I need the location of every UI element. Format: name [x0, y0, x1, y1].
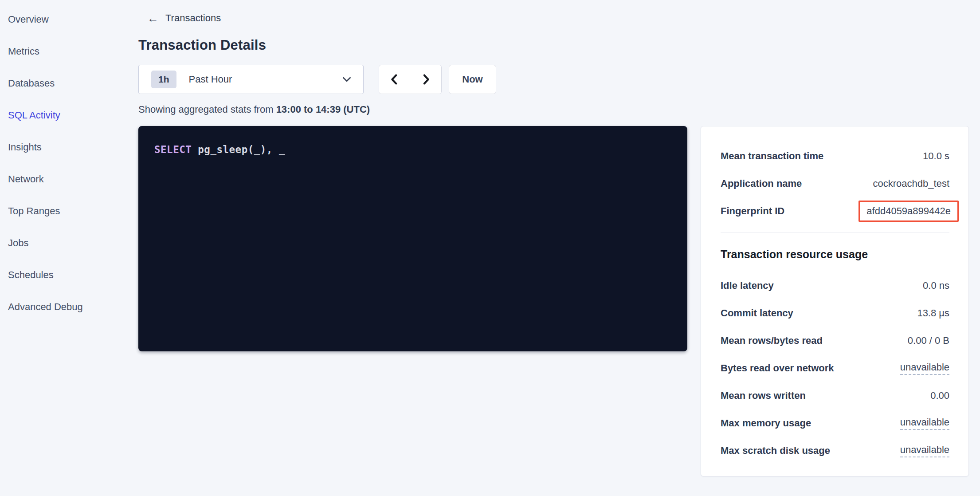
time-controls: 1h Past Hour Now	[138, 65, 980, 94]
page-title: Transaction Details	[138, 37, 980, 53]
mean-transaction-time-row: Mean transaction time 10.0 s	[721, 142, 949, 170]
previous-interval-button[interactable]	[379, 65, 410, 94]
time-range-badge: 1h	[151, 71, 176, 88]
sidebar-item-metrics[interactable]: Metrics	[0, 35, 138, 67]
transaction-details-card: Mean transaction time 10.0 s Application…	[701, 126, 969, 476]
resource-usage-section-title: Transaction resource usage	[721, 248, 949, 261]
chevron-left-icon	[388, 73, 401, 86]
sidebar-item-jobs[interactable]: Jobs	[0, 227, 138, 259]
aggregation-interval-prefix: Showing aggregated stats from	[138, 104, 276, 115]
fingerprint-id-highlight: afdd4059a899442e	[858, 201, 959, 222]
back-arrow-icon[interactable]: ←	[147, 12, 159, 24]
fingerprint-id-row: Fingerprint ID afdd4059a899442e	[721, 197, 949, 225]
max-scratch-disk-usage-row: Max scratch disk usage unavailable	[721, 437, 949, 465]
row-label: Bytes read over network	[721, 362, 834, 374]
sidebar-item-network[interactable]: Network	[0, 163, 138, 195]
row-label: Idle latency	[721, 280, 774, 291]
sql-statement-panel: SELECT pg_sleep(_), _	[138, 126, 687, 351]
row-label: Application name	[721, 178, 802, 189]
chevron-right-icon	[419, 73, 432, 86]
content-row: SELECT pg_sleep(_), _ Mean transaction t…	[138, 126, 980, 476]
mean-rows-bytes-read-row: Mean rows/bytes read 0.00 / 0 B	[721, 327, 949, 354]
sidebar-item-insights[interactable]: Insights	[0, 131, 138, 163]
row-label: Fingerprint ID	[721, 205, 784, 217]
max-memory-usage-row: Max memory usage unavailable	[721, 409, 949, 437]
sidebar-item-databases[interactable]: Databases	[0, 67, 138, 99]
sql-statement-body: pg_sleep(_), _	[192, 144, 285, 155]
card-divider	[721, 232, 949, 232]
row-value: 0.00	[930, 390, 949, 402]
breadcrumb-transactions-link[interactable]: Transactions	[165, 12, 221, 24]
sidebar-item-schedules[interactable]: Schedules	[0, 259, 138, 291]
idle-latency-row: Idle latency 0.0 ns	[721, 272, 949, 299]
next-interval-button[interactable]	[410, 65, 441, 94]
bytes-read-over-network-row: Bytes read over network unavailable	[721, 354, 949, 382]
row-label: Max memory usage	[721, 417, 811, 429]
row-label: Mean transaction time	[721, 150, 823, 162]
sidebar-item-overview[interactable]: Overview	[0, 4, 138, 35]
sidebar: Overview Metrics Databases SQL Activity …	[0, 0, 138, 496]
aggregation-interval-text: Showing aggregated stats from 13:00 to 1…	[138, 104, 980, 115]
row-value: 0.0 ns	[923, 280, 949, 291]
application-name-row: Application name cockroachdb_test	[721, 170, 949, 197]
sql-keyword: SELECT	[154, 144, 192, 155]
row-label: Max scratch disk usage	[721, 445, 830, 457]
time-range-selected-value: Past Hour	[189, 74, 232, 85]
sql-statement-text: SELECT pg_sleep(_), _	[154, 144, 671, 155]
row-label: Mean rows written	[721, 390, 806, 402]
sidebar-item-sql-activity[interactable]: SQL Activity	[0, 99, 138, 131]
sidebar-item-advanced-debug[interactable]: Advanced Debug	[0, 291, 138, 323]
time-step-button-group	[379, 65, 442, 94]
row-value: 13.8 µs	[917, 307, 949, 319]
now-button[interactable]: Now	[449, 65, 496, 94]
time-range-select[interactable]: 1h Past Hour	[138, 65, 364, 94]
mean-rows-written-row: Mean rows written 0.00	[721, 382, 949, 409]
aggregation-interval-range: 13:00 to 14:39 (UTC)	[276, 104, 370, 115]
sidebar-item-top-ranges[interactable]: Top Ranges	[0, 195, 138, 227]
row-label: Commit latency	[721, 307, 793, 319]
row-value: 0.00 / 0 B	[908, 335, 949, 346]
unavailable-value-tooltip[interactable]: unavailable	[900, 444, 949, 457]
main-content: ← Transactions Transaction Details 1h Pa…	[138, 0, 980, 496]
row-label: Mean rows/bytes read	[721, 335, 823, 346]
chevron-down-icon	[341, 74, 353, 85]
unavailable-value-tooltip[interactable]: unavailable	[900, 417, 949, 430]
row-value: cockroachdb_test	[873, 178, 949, 189]
row-value: 10.0 s	[923, 150, 949, 162]
breadcrumb: ← Transactions	[147, 12, 980, 25]
unavailable-value-tooltip[interactable]: unavailable	[900, 362, 949, 375]
commit-latency-row: Commit latency 13.8 µs	[721, 299, 949, 327]
